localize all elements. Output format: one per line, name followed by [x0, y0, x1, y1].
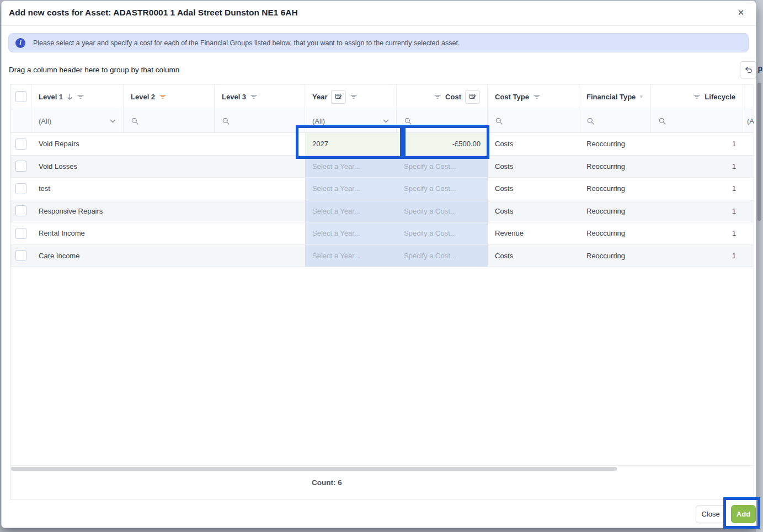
search-icon[interactable] [658, 117, 666, 125]
filter-icon[interactable] [350, 93, 358, 100]
filter-cell-level2[interactable] [124, 109, 215, 132]
cell-level3 [215, 245, 305, 267]
filter-cell-overflow[interactable]: (All) [743, 109, 754, 132]
cell-lifecycle: 1 [651, 200, 743, 222]
background-page-strip: p [756, 0, 763, 532]
undo-icon [744, 66, 753, 74]
cell-level2 [124, 178, 215, 200]
cell-overflow [743, 178, 754, 200]
header-cell-level3[interactable]: Level 3 [215, 84, 305, 109]
filter-icon[interactable] [434, 93, 441, 100]
cell-select [10, 156, 31, 178]
horizontal-scrollbar[interactable] [11, 467, 617, 471]
header-cell-cost[interactable]: Cost [397, 84, 488, 109]
background-page-text: p [757, 64, 762, 73]
cell-year[interactable]: Select a Year... [305, 222, 397, 244]
filter-cell-lifecycle[interactable] [651, 109, 743, 132]
filter-cell-cost_type[interactable] [488, 109, 579, 132]
search-icon[interactable] [131, 117, 139, 125]
row-count-label: Count: 6 [312, 478, 342, 487]
header-cell-level2[interactable]: Level 2 [124, 84, 215, 109]
cell-cost[interactable]: Specify a Cost... [397, 245, 488, 267]
filter-icon[interactable] [533, 93, 541, 100]
filter-cell-financial_type[interactable] [579, 109, 651, 132]
cell-level1: Care Income [31, 245, 124, 267]
cell-cost[interactable]: Specify a Cost... [397, 156, 488, 178]
cell-cost[interactable]: Specify a Cost... [397, 222, 488, 244]
cell-overflow [743, 200, 754, 222]
filter-cell-level3[interactable] [215, 109, 305, 132]
cell-level1: Rental Income [31, 222, 124, 244]
select-all-checkbox[interactable] [15, 91, 26, 102]
filter-icon[interactable] [639, 93, 643, 100]
column-label-year: Year [312, 93, 327, 101]
header-cell-year[interactable]: Year [305, 84, 397, 109]
filter-icon[interactable] [77, 93, 84, 100]
cell-year[interactable]: Select a Year... [305, 178, 397, 200]
edit-column-icon[interactable] [465, 90, 480, 104]
cell-overflow [743, 156, 754, 178]
info-icon: i [15, 38, 25, 48]
header-cell-cost_type[interactable]: Cost Type [488, 84, 579, 109]
filter-icon[interactable] [250, 93, 258, 100]
filter-icon[interactable] [693, 93, 701, 100]
close-button[interactable]: Close [696, 505, 725, 523]
cell-year[interactable]: Select a Year... [305, 156, 397, 178]
search-icon[interactable] [495, 117, 503, 125]
filter-select-year[interactable]: (All) [312, 117, 379, 125]
add-costs-dialog: Add new costs for Asset: ADASTR0001 1 Ad… [1, 1, 756, 528]
row-checkbox[interactable] [15, 161, 26, 172]
cell-select [10, 200, 31, 222]
column-label-cost: Cost [445, 93, 461, 101]
cell-level3 [215, 178, 305, 200]
cell-year[interactable]: Select a Year... [305, 245, 397, 267]
row-checkbox[interactable] [15, 183, 26, 194]
background-page-scrollbar[interactable] [757, 83, 761, 221]
chevron-down-icon[interactable] [383, 119, 389, 123]
filter-select-overflow[interactable]: (All) [747, 117, 754, 125]
cell-level2 [124, 245, 215, 267]
cell-cost[interactable]: Specify a Cost... [397, 200, 488, 222]
chevron-down-icon[interactable] [110, 119, 116, 123]
filter-cell-level1[interactable]: (All) [31, 109, 124, 132]
cell-level3 [215, 133, 305, 155]
cost-placeholder: Specify a Cost... [404, 162, 456, 171]
cell-cost[interactable]: Specify a Cost... [397, 178, 488, 200]
filter-cell-year[interactable]: (All) [305, 109, 397, 132]
filter-icon[interactable] [159, 93, 167, 100]
cell-level1: Void Losses [31, 156, 124, 178]
cost-placeholder: Specify a Cost... [404, 207, 456, 215]
cell-cost[interactable]: -£500.00 [397, 133, 488, 155]
cell-lifecycle: 1 [651, 156, 743, 178]
cell-level1: test [31, 178, 124, 200]
header-cell-lifecycle[interactable]: Lifecycle [651, 84, 743, 109]
table-row: Void Repairs2027-£500.00CostsReoccurring… [10, 133, 754, 156]
cell-select [10, 245, 31, 267]
close-icon[interactable]: ✕ [735, 7, 747, 19]
add-button[interactable]: Add [731, 505, 756, 523]
revert-button[interactable] [740, 61, 756, 78]
edit-column-icon[interactable] [331, 90, 346, 104]
cell-level1: Responsive Repairs [31, 200, 124, 222]
row-checkbox[interactable] [15, 205, 26, 216]
column-label-lifecycle: Lifecycle [705, 93, 735, 101]
filter-select-level1[interactable]: (All) [39, 117, 106, 125]
cell-year[interactable]: Select a Year... [305, 200, 397, 222]
cell-select [10, 133, 31, 155]
row-checkbox[interactable] [15, 139, 26, 150]
sort-descending-icon [67, 93, 73, 100]
filter-cell-cost[interactable] [397, 109, 488, 132]
dialog-title: Add new costs for Asset: ADASTR0001 1 Ad… [9, 8, 298, 18]
cell-year[interactable]: 2027 [305, 133, 397, 155]
header-cell-level1[interactable]: Level 1 [31, 84, 124, 109]
row-checkbox[interactable] [15, 228, 26, 239]
search-icon[interactable] [586, 117, 595, 125]
year-placeholder: Select a Year... [312, 207, 360, 215]
row-checkbox[interactable] [15, 250, 26, 261]
search-icon[interactable] [222, 117, 230, 125]
cell-financial_type: Reoccurring [579, 245, 651, 267]
search-icon[interactable] [404, 117, 412, 125]
header-cell-financial_type[interactable]: Financial Type [579, 84, 651, 109]
cell-financial_type: Reoccurring [579, 133, 651, 155]
cell-cost_type: Revenue [488, 222, 579, 244]
